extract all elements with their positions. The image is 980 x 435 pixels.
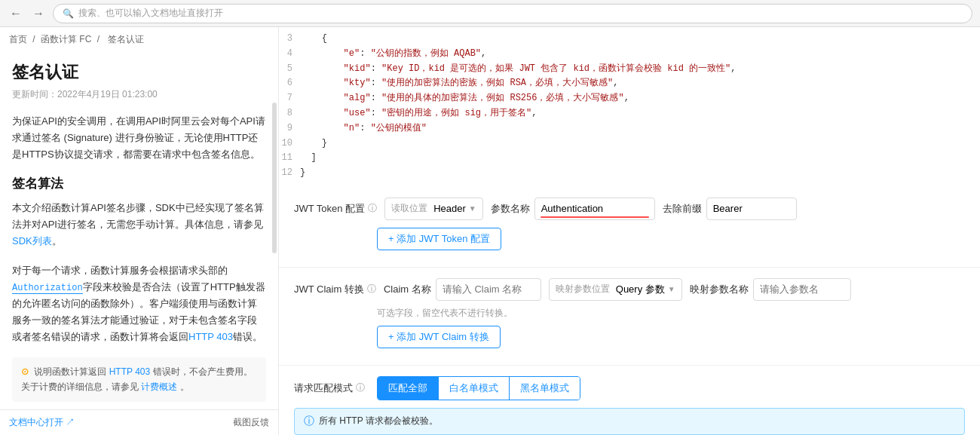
match-all-button[interactable]: 匹配全部 [378, 377, 439, 400]
whitelist-label: 白名单模式 [449, 382, 498, 394]
http403-info-link[interactable]: HTTP 403 [109, 366, 150, 377]
section2-pre: 对于每一个请求，函数计算服务会根据请求头部的 [12, 265, 228, 276]
doc-section2: 对于每一个请求，函数计算服务会根据请求头部的Authorization字段来校验… [12, 262, 266, 346]
code-line-11: 11 ] [279, 151, 980, 166]
validation-underline [541, 216, 649, 218]
code-block: 3 { 4 "e": "公钥的指数，例如 AQAB", 5 "kid": "Ke… [279, 29, 980, 184]
remove-prefix-input[interactable] [706, 198, 797, 220]
match-info-alert: ⓘ 所有 HTTP 请求都会被校验。 [294, 408, 965, 435]
read-position-select[interactable]: 读取位置 Header ▼ [384, 198, 483, 220]
code-line-5: 5 "kid": "Key ID，kid 是可选的，如果 JWT 包含了 kid… [279, 62, 980, 77]
claim-name-input[interactable] [436, 278, 541, 301]
match-all-label: 匹配全部 [388, 382, 427, 394]
match-mode-help-icon[interactable]: ⓘ [356, 381, 365, 394]
code-line-3: 3 { [279, 32, 980, 47]
claim-name-label-text: Claim 名称 [384, 283, 431, 296]
map-position-select[interactable]: 映射参数位置 Query 参数 ▼ [549, 278, 682, 301]
breadcrumb-home[interactable]: 首页 [9, 34, 27, 44]
match-info-text: 所有 HTTP 请求都会被校验。 [319, 415, 438, 427]
chevron-down-icon: ▼ [469, 204, 476, 213]
code-container: 3 { 4 "e": "公钥的指数，例如 AQAB", 5 "kid": "Ke… [279, 27, 980, 185]
claim-hint: 可选字段，留空代表不进行转换。 [294, 307, 965, 320]
match-section: 请求匹配模式 ⓘ 匹配全部 白名单模式 黑名单模式 ⓘ 所 [279, 366, 980, 435]
info-icon: ⊙ [21, 366, 29, 377]
code-line-12: 12} [279, 166, 980, 181]
blacklist-button[interactable]: 黑名单模式 [510, 377, 580, 400]
section1-pre: 本文介绍函数计算API签名步骤，SDK中已经实现了签名算法并对API进行签名，无… [12, 202, 264, 230]
map-param-label-text: 映射参数名称 [690, 283, 749, 296]
code-line-4: 4 "e": "公钥的指数，例如 AQAB", [279, 47, 980, 62]
read-position-value: Header [433, 203, 466, 214]
breadcrumb-fc[interactable]: 函数计算 FC [41, 34, 91, 44]
doc-section1: 本文介绍函数计算API签名步骤，SDK中已经实现了签名算法并对API进行签名，无… [12, 200, 266, 250]
map-position-label-text: 映射参数位置 [556, 283, 610, 296]
right-panel: 3 { 4 "e": "公钥的指数，例如 AQAB", 5 "kid": "Ke… [279, 27, 980, 435]
remove-prefix-label-text: 去除前缀 [663, 202, 702, 216]
map-position-value: Query 参数 [616, 283, 665, 296]
forward-button[interactable]: → [30, 5, 47, 22]
jwt-claim-label-text: JWT Claim 转换 [294, 283, 364, 296]
jwt-token-section: JWT Token 配置 ⓘ 读取位置 Header ▼ 参数名称 [279, 185, 980, 268]
match-btn-group: 匹配全部 白名单模式 黑名单模式 [377, 376, 580, 400]
map-chevron-icon: ▼ [668, 285, 675, 293]
add-jwt-token-row: + 添加 JWT Token 配置 [294, 228, 965, 250]
doc-title: 签名认证 [12, 61, 266, 84]
address-bar[interactable]: 🔍 搜索、也可以输入文档地址直接打开 [53, 4, 972, 23]
breadcrumb-current: 签名认证 [108, 34, 144, 44]
billing-link[interactable]: 计费概述 [141, 381, 177, 392]
code-line-7: 7 "alg": "使用的具体的加密算法，例如 RS256，必填，大小写敏感", [279, 91, 980, 106]
sdk-link[interactable]: SDK列表 [12, 235, 52, 247]
claim-name-group: Claim 名称 [384, 278, 541, 301]
feedback-link[interactable]: 截图反馈 [233, 416, 269, 429]
http403-link[interactable]: HTTP 403 [188, 331, 233, 342]
alert-info-icon: ⓘ [304, 415, 314, 428]
search-icon: 🔍 [63, 8, 74, 19]
add-jwt-claim-button[interactable]: + 添加 JWT Claim 转换 [377, 326, 501, 348]
code-line-6: 6 "kty": "使用的加密算法的密族，例如 RSA，必填，大小写敏感", [279, 76, 980, 91]
param-name-label-text: 参数名称 [491, 202, 530, 216]
breadcrumb-sep2: / [97, 34, 100, 44]
scroll-indicator [272, 103, 277, 253]
info-box-pre: 说明函数计算返回 [34, 366, 106, 377]
section2-end: 错误。 [233, 331, 262, 342]
jwt-claim-help-icon[interactable]: ⓘ [367, 283, 376, 296]
whitelist-button[interactable]: 白名单模式 [439, 377, 510, 400]
left-content: 签名认证 更新时间：2022年4月19日 01:23:00 为保证API的安全调… [0, 52, 278, 435]
add-jwt-token-button[interactable]: + 添加 JWT Token 配置 [377, 228, 501, 250]
jwt-claim-section: JWT Claim 转换 ⓘ Claim 名称 映射参数位置 Query 参数 … [279, 268, 980, 366]
jwt-token-label-text: JWT Token 配置 [294, 202, 365, 216]
param-name-wrapper: 参数名称 [491, 198, 655, 220]
code-line-9: 9 "n": "公钥的模值" [279, 121, 980, 136]
breadcrumb-sep1: / [32, 34, 35, 44]
read-position-label-text: 读取位置 [391, 202, 427, 215]
match-mode-row: 请求匹配模式 ⓘ 匹配全部 白名单模式 黑名单模式 [294, 376, 965, 400]
code-line-8: 8 "use": "密钥的用途，例如 sig，用于签名", [279, 106, 980, 121]
info-box-end: 。 [180, 381, 189, 392]
authorization-link[interactable]: Authorization [12, 283, 83, 294]
back-button[interactable]: ← [8, 5, 24, 22]
match-mode-label: 请求匹配模式 ⓘ [294, 381, 369, 395]
map-param-input[interactable] [753, 278, 851, 301]
remove-prefix-group: 去除前缀 [663, 198, 797, 220]
section1-end: 。 [52, 235, 62, 247]
jwt-token-help-icon[interactable]: ⓘ [368, 202, 377, 215]
section-title: 签名算法 [12, 175, 266, 192]
map-param-group: 映射参数名称 [690, 278, 851, 301]
left-panel: 首页 / 函数计算 FC / 签名认证 签名认证 更新时间：2022年4月19日… [0, 27, 279, 435]
match-mode-label-text: 请求匹配模式 [294, 381, 353, 395]
browser-chrome: ← → 🔍 搜索、也可以输入文档地址直接打开 [0, 0, 980, 27]
jwt-token-config-row: JWT Token 配置 ⓘ 读取位置 Header ▼ 参数名称 [294, 198, 965, 220]
info-box: ⊙ 说明函数计算返回 HTTP 403 错误时，不会产生费用。关于计费的详细信息… [12, 357, 266, 401]
doc-update: 更新时间：2022年4月19日 01:23:00 [12, 88, 266, 101]
doc-center-link[interactable]: 文档中心打开 ↗ [9, 416, 75, 429]
code-line-10: 10 } [279, 136, 980, 152]
doc-intro: 为保证API的安全调用，在调用API时阿里云会对每个API请求通过签名 (Sig… [12, 113, 266, 163]
left-bottom: 文档中心打开 ↗ 截图反馈 [0, 409, 278, 435]
jwt-token-label: JWT Token 配置 ⓘ [294, 202, 377, 216]
code-section: 3 { 4 "e": "公钥的指数，例如 AQAB", 5 "kid": "Ke… [279, 27, 980, 185]
jwt-claim-label: JWT Claim 转换 ⓘ [294, 283, 376, 296]
breadcrumb: 首页 / 函数计算 FC / 签名认证 [0, 27, 278, 52]
address-placeholder: 搜索、也可以输入文档地址直接打开 [78, 7, 223, 20]
jwt-claim-row: JWT Claim 转换 ⓘ Claim 名称 映射参数位置 Query 参数 … [294, 278, 965, 301]
add-jwt-claim-row: + 添加 JWT Claim 转换 [294, 326, 965, 348]
